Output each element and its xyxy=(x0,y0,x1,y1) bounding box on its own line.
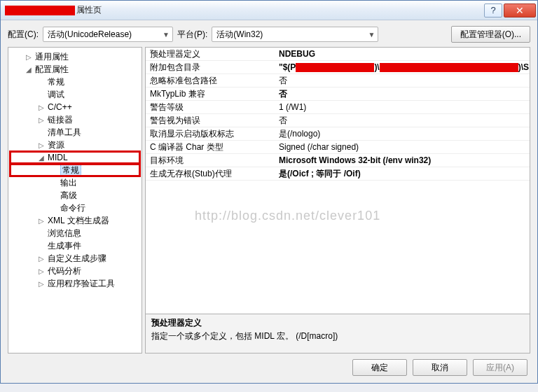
tree-item[interactable]: 清单工具 xyxy=(10,126,140,139)
config-combo-value: 活动(UnicodeRelease) xyxy=(48,29,132,41)
grid-value[interactable]: 是(/Oicf ; 等同于 /Oif) xyxy=(275,167,530,180)
grid-key: 附加包含目录 xyxy=(146,61,275,74)
grid-row[interactable]: 生成无存根(Stub)代理是(/Oicf ; 等同于 /Oif) xyxy=(146,167,530,181)
tree-twisty-icon[interactable]: ▷ xyxy=(24,53,34,61)
tree-item[interactable]: ▷通用属性 xyxy=(10,50,140,63)
tree-item-label: XML 文档生成器 xyxy=(48,215,109,227)
grid-row[interactable]: MkTypLib 兼容否 xyxy=(146,88,530,101)
description-title: 预处理器定义 xyxy=(151,317,524,329)
content-row: ▷通用属性◢配置属性常规调试▷C/C++▷链接器清单工具▷资源◢MIDL常规输出… xyxy=(8,47,530,354)
tree-item[interactable]: ▷自定义生成步骤 xyxy=(10,252,140,265)
grid-value[interactable]: 否 xyxy=(275,114,530,127)
titlebar[interactable]: 属性页 ? ✕ xyxy=(1,1,537,20)
platform-combo[interactable]: 活动(Win32) ▼ xyxy=(212,27,378,42)
platform-label: 平台(P): xyxy=(177,29,207,41)
tree-twisty-icon[interactable]: ◢ xyxy=(24,66,34,74)
tree-twisty-icon[interactable]: ▷ xyxy=(36,116,46,124)
tree-item-label: 浏览信息 xyxy=(48,227,81,239)
config-label: 配置(C): xyxy=(8,29,39,41)
right-pane: 预处理器定义NDEBUG附加包含目录"$(P)\)\S忽略标准包含路径否MkTy… xyxy=(145,47,530,354)
description-panel: 预处理器定义 指定一个或多个定义，包括 MIDL 宏。 (/D[macro]) xyxy=(145,314,530,354)
grid-key: 目标环境 xyxy=(146,154,275,167)
tree-item-label: C/C++ xyxy=(48,102,72,112)
tree-twisty-icon[interactable]: ▷ xyxy=(36,255,46,262)
window-title: 属性页 xyxy=(76,4,102,16)
grid-row[interactable]: 取消显示启动版权标志是(/nologo) xyxy=(146,127,530,141)
apply-button[interactable]: 应用(A) xyxy=(473,359,527,376)
tree-item-label: 链接器 xyxy=(48,114,73,126)
tree-item[interactable]: 浏览信息 xyxy=(10,227,140,239)
tree-item-label: 调试 xyxy=(48,89,64,101)
tree-item-label: 资源 xyxy=(48,139,64,151)
tree-item[interactable]: 常规 xyxy=(10,76,140,88)
grid-key: 警告等级 xyxy=(146,101,275,113)
tree-item-label: MIDL xyxy=(48,153,68,162)
title-redacted xyxy=(5,6,75,15)
tree-twisty-icon[interactable]: ▷ xyxy=(36,141,46,149)
grid-row[interactable]: 警告视为错误否 xyxy=(146,114,530,127)
tree-item-label: 代码分析 xyxy=(48,265,81,277)
grid-row[interactable]: 附加包含目录"$(P)\)\S xyxy=(146,61,530,74)
tree-item-label: 命令行 xyxy=(60,202,85,214)
tree-item[interactable]: ▷代码分析 xyxy=(10,265,140,277)
ok-button[interactable]: 确定 xyxy=(352,359,407,376)
tree-twisty-icon[interactable]: ▷ xyxy=(36,217,46,225)
tree-item-label: 自定义生成步骤 xyxy=(48,253,106,265)
tree-item[interactable]: 常规 xyxy=(10,164,140,176)
tree-item[interactable]: ▷资源 xyxy=(10,139,140,151)
tree-item[interactable]: ▷链接器 xyxy=(10,113,140,126)
close-button[interactable]: ✕ xyxy=(504,4,536,18)
tree-item[interactable]: ▷XML 文档生成器 xyxy=(10,214,140,227)
tree-item-label: 高级 xyxy=(60,190,77,202)
tree-item[interactable]: ◢配置属性 xyxy=(10,63,140,76)
nav-tree[interactable]: ▷通用属性◢配置属性常规调试▷C/C++▷链接器清单工具▷资源◢MIDL常规输出… xyxy=(8,47,142,354)
tree-item[interactable]: 输出 xyxy=(10,176,140,189)
grid-key: C 编译器 Char 类型 xyxy=(146,141,275,153)
grid-key: 预处理器定义 xyxy=(146,48,275,60)
tree-item-label: 应用程序验证工具 xyxy=(48,278,115,290)
tree-item[interactable]: ◢MIDL xyxy=(10,151,140,164)
config-row: 配置(C): 活动(UnicodeRelease) ▼ 平台(P): 活动(Wi… xyxy=(8,26,530,43)
property-page-window: 属性页 ? ✕ 配置(C): 活动(UnicodeRelease) ▼ 平台(P… xyxy=(0,0,538,384)
tree-item-label: 生成事件 xyxy=(48,240,81,252)
tree-item[interactable]: 生成事件 xyxy=(10,239,140,252)
grid-value[interactable]: 是(/nologo) xyxy=(275,127,530,140)
property-grid[interactable]: 预处理器定义NDEBUG附加包含目录"$(P)\)\S忽略标准包含路径否MkTy… xyxy=(145,47,530,314)
watermark: http://blog.csdn.net/clever101 xyxy=(195,209,530,223)
tree-item[interactable]: 调试 xyxy=(10,88,140,101)
grid-row[interactable]: 警告等级1 (/W1) xyxy=(146,101,530,114)
tree-item-label: 通用属性 xyxy=(35,51,69,63)
grid-value[interactable]: 否 xyxy=(275,88,530,100)
grid-key: MkTypLib 兼容 xyxy=(146,88,275,100)
grid-value[interactable]: 否 xyxy=(275,74,530,87)
grid-key: 取消显示启动版权标志 xyxy=(146,127,275,140)
platform-combo-value: 活动(Win32) xyxy=(216,29,263,41)
grid-key: 忽略标准包含路径 xyxy=(146,74,275,87)
tree-item-label: 常规 xyxy=(60,164,81,177)
grid-row[interactable]: C 编译器 Char 类型Signed (/char signed) xyxy=(146,141,530,154)
grid-value[interactable]: Microsoft Windows 32-bit (/env win32) xyxy=(275,154,530,167)
window-buttons: ? ✕ xyxy=(483,4,536,18)
grid-value[interactable]: Signed (/char signed) xyxy=(275,141,530,153)
config-combo[interactable]: 活动(UnicodeRelease) ▼ xyxy=(43,27,173,42)
tree-item-label: 清单工具 xyxy=(48,127,81,139)
tree-twisty-icon[interactable]: ▷ xyxy=(36,267,46,275)
tree-twisty-icon[interactable]: ▷ xyxy=(36,104,46,111)
tree-twisty-icon[interactable]: ▷ xyxy=(36,280,46,288)
tree-item[interactable]: ▷应用程序验证工具 xyxy=(10,277,140,290)
help-button[interactable]: ? xyxy=(484,4,502,18)
grid-value[interactable]: "$(P)\)\S xyxy=(275,61,530,74)
grid-value[interactable]: NDEBUG xyxy=(275,48,530,60)
tree-item[interactable]: 高级 xyxy=(10,189,140,202)
tree-item[interactable]: 命令行 xyxy=(10,202,140,214)
grid-key: 生成无存根(Stub)代理 xyxy=(146,167,275,180)
tree-twisty-icon[interactable]: ◢ xyxy=(36,154,46,162)
grid-row[interactable]: 预处理器定义NDEBUG xyxy=(146,48,530,61)
grid-row[interactable]: 目标环境Microsoft Windows 32-bit (/env win32… xyxy=(146,154,530,167)
tree-item-label: 输出 xyxy=(60,177,77,189)
config-manager-button[interactable]: 配置管理器(O)... xyxy=(451,26,530,43)
tree-item[interactable]: ▷C/C++ xyxy=(10,101,140,113)
cancel-button[interactable]: 取消 xyxy=(413,359,467,376)
grid-row[interactable]: 忽略标准包含路径否 xyxy=(146,74,530,88)
grid-value[interactable]: 1 (/W1) xyxy=(275,101,530,113)
